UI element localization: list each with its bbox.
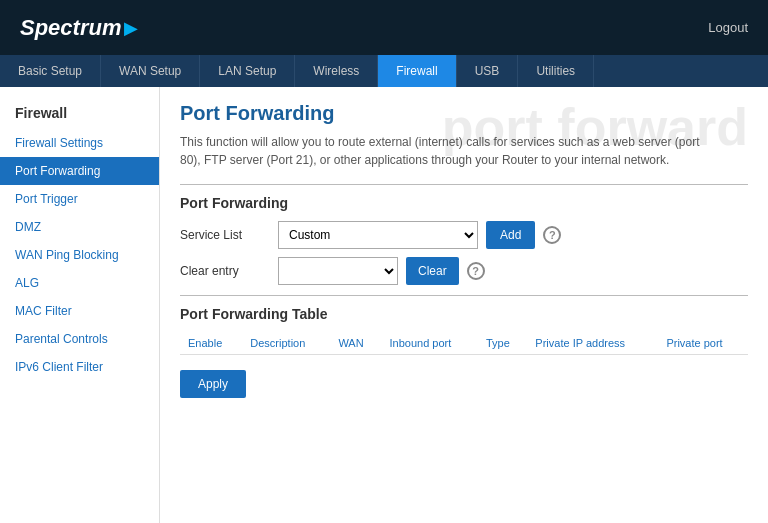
col-type: Type bbox=[478, 332, 527, 355]
col-enable: Enable bbox=[180, 332, 242, 355]
clear-entry-row: Clear entry Clear ? bbox=[180, 257, 748, 285]
sidebar-item-wan-ping[interactable]: WAN Ping Blocking bbox=[0, 241, 159, 269]
tab-lan-setup[interactable]: LAN Setup bbox=[200, 55, 295, 87]
page-description: This function will allow you to route ex… bbox=[180, 133, 720, 169]
col-wan: WAN bbox=[330, 332, 381, 355]
sidebar-item-port-forwarding[interactable]: Port Forwarding bbox=[0, 157, 159, 185]
main-layout: Firewall Firewall Settings Port Forwardi… bbox=[0, 87, 768, 523]
sidebar-item-ipv6-client-filter[interactable]: IPv6 Client Filter bbox=[0, 353, 159, 381]
clear-entry-select[interactable] bbox=[278, 257, 398, 285]
sidebar-item-dmz[interactable]: DMZ bbox=[0, 213, 159, 241]
clear-entry-label: Clear entry bbox=[180, 264, 270, 278]
sidebar-title: Firewall bbox=[0, 97, 159, 129]
logo-text: Spectrum bbox=[20, 15, 121, 41]
tab-utilities[interactable]: Utilities bbox=[518, 55, 594, 87]
port-forwarding-section-title: Port Forwarding bbox=[180, 195, 748, 211]
clear-entry-help-icon[interactable]: ? bbox=[467, 262, 485, 280]
logo-arrow: ▶ bbox=[124, 17, 138, 39]
service-list-label: Service List bbox=[180, 228, 270, 242]
sidebar-item-port-trigger[interactable]: Port Trigger bbox=[0, 185, 159, 213]
apply-button[interactable]: Apply bbox=[180, 370, 246, 398]
logout-button[interactable]: Logout bbox=[708, 20, 748, 35]
sidebar-item-parental-controls[interactable]: Parental Controls bbox=[0, 325, 159, 353]
col-description: Description bbox=[242, 332, 330, 355]
add-button[interactable]: Add bbox=[486, 221, 535, 249]
logo: Spectrum ▶ bbox=[20, 15, 138, 41]
divider-1 bbox=[180, 184, 748, 185]
service-list-row: Service List Custom Add ? bbox=[180, 221, 748, 249]
clear-button[interactable]: Clear bbox=[406, 257, 459, 285]
sidebar: Firewall Firewall Settings Port Forwardi… bbox=[0, 87, 160, 523]
header: Spectrum ▶ Logout bbox=[0, 0, 768, 55]
content-area: port forward Port Forwarding This functi… bbox=[160, 87, 768, 523]
sidebar-item-mac-filter[interactable]: MAC Filter bbox=[0, 297, 159, 325]
page-title: Port Forwarding bbox=[180, 102, 748, 125]
col-private-port: Private port bbox=[658, 332, 748, 355]
table-header-row: Enable Description WAN Inbound port Type… bbox=[180, 332, 748, 355]
tab-wireless[interactable]: Wireless bbox=[295, 55, 378, 87]
service-list-select[interactable]: Custom bbox=[278, 221, 478, 249]
port-forwarding-table-title: Port Forwarding Table bbox=[180, 306, 748, 322]
port-forwarding-table: Enable Description WAN Inbound port Type… bbox=[180, 332, 748, 355]
tab-basic-setup[interactable]: Basic Setup bbox=[0, 55, 101, 87]
service-list-help-icon[interactable]: ? bbox=[543, 226, 561, 244]
sidebar-item-alg[interactable]: ALG bbox=[0, 269, 159, 297]
nav-tabs: Basic Setup WAN Setup LAN Setup Wireless… bbox=[0, 55, 768, 87]
col-inbound-port: Inbound port bbox=[382, 332, 478, 355]
sidebar-item-firewall-settings[interactable]: Firewall Settings bbox=[0, 129, 159, 157]
tab-usb[interactable]: USB bbox=[457, 55, 519, 87]
tab-firewall[interactable]: Firewall bbox=[378, 55, 456, 87]
tab-wan-setup[interactable]: WAN Setup bbox=[101, 55, 200, 87]
divider-2 bbox=[180, 295, 748, 296]
col-private-ip: Private IP address bbox=[527, 332, 658, 355]
